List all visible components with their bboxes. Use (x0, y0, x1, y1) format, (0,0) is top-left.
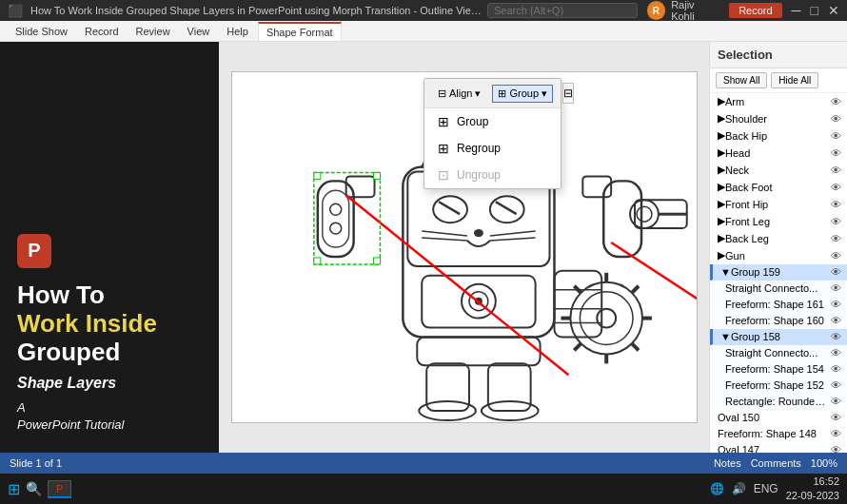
group-item-regroup[interactable]: ⊞ Regroup (424, 135, 561, 162)
sel-item-straight-conn-2[interactable]: Straight Connecto... 👁 (710, 345, 847, 361)
tab-shape-format[interactable]: Shape Format (258, 22, 342, 41)
taskbar-ppt-icon: P (56, 483, 63, 494)
tutorial-title: How To Work Inside Grouped (17, 281, 202, 367)
sel-item-freeform-154[interactable]: Freeform: Shape 154 👁 (710, 361, 847, 378)
sel-item-rect-rounded-1[interactable]: Rectangle: Rounded ... 👁 (710, 394, 847, 410)
eye-icon-neck[interactable]: 👁 (831, 165, 841, 176)
user-name: Rajiv Kohli (671, 0, 719, 22)
eye-icon-f148[interactable]: 👁 (831, 428, 841, 439)
group-item-icon: ⊞ (438, 114, 449, 129)
title-search-input[interactable] (487, 3, 638, 18)
sel-item-freeform-160[interactable]: Freeform: Shape 160 👁 (710, 313, 847, 329)
ungroup-item-label: Ungroup (457, 168, 501, 182)
svg-rect-56 (313, 258, 320, 264)
group-item-label: Group (457, 115, 488, 128)
eye-icon-back-foot[interactable]: 👁 (831, 182, 841, 193)
tab-review[interactable]: Review (128, 23, 178, 40)
taskbar: ⊞ 🔍 P 🌐 🔊 ENG 16:52 22-09-2023 (0, 474, 847, 504)
sel-item-head[interactable]: ▶ Head 👁 (710, 145, 847, 162)
taskbar-time-display: 16:52 (786, 475, 839, 489)
ungroup-item-icon: ⊡ (438, 167, 449, 183)
tutorial-desc: A PowerPoint Tutorial (17, 399, 202, 434)
close-icon[interactable]: ✕ (828, 3, 839, 18)
svg-rect-55 (373, 172, 380, 179)
sel-item-back-leg[interactable]: ▶ Back Leg 👁 (710, 230, 847, 247)
record-button[interactable]: Record (729, 3, 781, 18)
group-item-group[interactable]: ⊞ Group (424, 108, 561, 135)
group-item-ungroup: ⊡ Ungroup (424, 162, 561, 188)
sel-item-freeform-152[interactable]: Freeform: Shape 152 👁 (710, 378, 847, 394)
title-line1: How To (17, 281, 105, 309)
eye-icon-front-leg[interactable]: 👁 (831, 216, 841, 227)
sel-item-freeform-148[interactable]: Freeform: Shape 148 👁 (710, 426, 847, 442)
sel-item-group-158[interactable]: ▼ Group 158 👁 (710, 329, 847, 345)
eye-icon-oval147[interactable]: 👁 (831, 444, 841, 453)
eye-icon-back-hip[interactable]: 👁 (831, 130, 841, 142)
sel-item-gun[interactable]: ▶ Gun 👁 (710, 247, 847, 264)
eye-icon-rr1[interactable]: 👁 (831, 396, 841, 407)
eye-icon-f160[interactable]: 👁 (831, 315, 841, 326)
notes-btn[interactable]: Notes (714, 457, 741, 469)
tab-slide-show[interactable]: Slide Show (8, 23, 75, 40)
eye-icon-oval150[interactable]: 👁 (831, 412, 841, 423)
svg-point-9 (473, 229, 483, 237)
group-icon: ⊞ (498, 87, 506, 100)
sel-item-straight-conn-1[interactable]: Straight Connecto... 👁 (710, 281, 847, 297)
status-left: Slide 1 of 1 (10, 457, 62, 469)
taskbar-ppt-app[interactable]: P (48, 480, 71, 498)
eye-icon-arm[interactable]: 👁 (831, 96, 841, 107)
eye-icon-shoulder[interactable]: 👁 (831, 113, 841, 125)
app-container: ⬛ How To Work Inside Grouped Shape Layer… (0, 0, 847, 504)
sel-item-arm[interactable]: ▶ Arm 👁 (710, 93, 847, 110)
group-dropdown-header: ⊟ Align ▾ ⊞ Group ▾ ⊟ (424, 79, 561, 108)
eye-icon-f154[interactable]: 👁 (831, 363, 841, 375)
title-bar-title: How To Work Inside Grouped Shape Layers … (30, 5, 487, 16)
selection-pane: Selection Show All Hide All ▶ Arm 👁 ▶ Sh… (709, 42, 847, 453)
regroup-item-label: Regroup (457, 142, 501, 155)
sel-item-oval-147[interactable]: Oval 147 👁 (710, 442, 847, 453)
align-button[interactable]: ⊟ Align ▾ (432, 85, 486, 103)
selection-header: Selection (710, 42, 847, 68)
sel-item-neck[interactable]: ▶ Neck 👁 (710, 162, 847, 179)
sel-item-shoulder[interactable]: ▶ Shoulder 👁 (710, 110, 847, 127)
eye-icon-sc1[interactable]: 👁 (831, 282, 841, 294)
user-info: R Rajiv Kohli (647, 0, 720, 22)
zoom-level: 100% (811, 457, 837, 469)
eye-icon-sc2[interactable]: 👁 (831, 347, 841, 359)
volume-icon: 🔊 (732, 482, 746, 495)
eye-icon-back-leg[interactable]: 👁 (831, 233, 841, 244)
show-all-button[interactable]: Show All (716, 72, 767, 88)
eye-icon-front-hip[interactable]: 👁 (831, 199, 841, 210)
comments-btn[interactable]: Comments (751, 457, 801, 469)
eye-icon-f161[interactable]: 👁 (831, 299, 841, 310)
status-right: Notes Comments 100% (714, 457, 837, 469)
group-button[interactable]: ⊞ Group ▾ (492, 85, 553, 103)
taskbar-right: 🌐 🔊 ENG 16:52 22-09-2023 (710, 475, 839, 504)
eye-icon-head[interactable]: 👁 (831, 147, 841, 159)
ppt-logo: P (17, 234, 202, 268)
eye-icon-gun[interactable]: 👁 (831, 250, 841, 262)
search-taskbar-icon[interactable]: 🔍 (26, 481, 42, 496)
windows-icon[interactable]: ⊞ (8, 480, 20, 498)
tab-record[interactable]: Record (77, 23, 126, 40)
sel-item-oval-150[interactable]: Oval 150 👁 (710, 410, 847, 426)
tab-help[interactable]: Help (219, 23, 256, 40)
sel-item-back-foot[interactable]: ▶ Back Foot 👁 (710, 179, 847, 196)
maximize-icon[interactable]: □ (811, 3, 818, 18)
sel-item-freeform-161[interactable]: Freeform: Shape 161 👁 (710, 297, 847, 313)
more-button[interactable]: ⊟ (562, 83, 574, 104)
hide-all-button[interactable]: Hide All (771, 72, 818, 88)
eye-icon-group-158[interactable]: 👁 (831, 331, 841, 342)
minimize-icon[interactable]: ─ (792, 3, 801, 18)
sel-item-group-159[interactable]: ▼ Group 159 👁 (710, 264, 847, 281)
sel-item-back-hip[interactable]: ▶ Back Hip 👁 (710, 127, 847, 145)
sel-item-front-leg[interactable]: ▶ Front Leg 👁 (710, 213, 847, 230)
lang-indicator: ENG (754, 482, 778, 495)
group-dropdown: ⊟ Align ▾ ⊞ Group ▾ ⊟ ⊞ Group (424, 78, 561, 189)
eye-icon-f152[interactable]: 👁 (831, 379, 841, 391)
group-chevron: ▾ (542, 87, 547, 100)
sel-item-front-hip[interactable]: ▶ Front Hip 👁 (710, 196, 847, 213)
tab-view[interactable]: View (180, 23, 218, 40)
slide-area: ⊟ Align ▾ ⊞ Group ▾ ⊟ ⊞ Group (219, 42, 709, 453)
eye-icon-group-159[interactable]: 👁 (831, 266, 841, 278)
